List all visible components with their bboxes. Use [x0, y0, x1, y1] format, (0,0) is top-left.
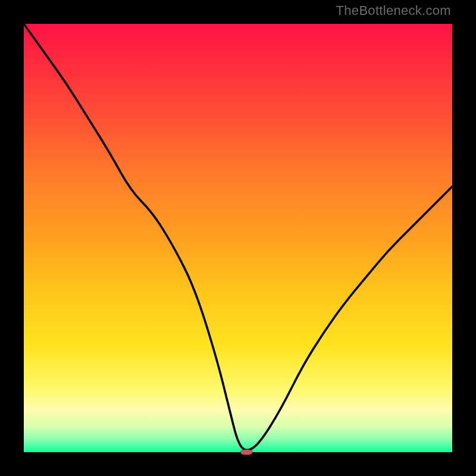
plot-area [24, 24, 452, 452]
chart-frame: TheBottleneck.com [0, 0, 476, 476]
curve-svg [24, 24, 452, 452]
optimum-marker [240, 450, 252, 455]
bottleneck-curve-path [24, 24, 452, 450]
watermark-text: TheBottleneck.com [336, 3, 451, 18]
